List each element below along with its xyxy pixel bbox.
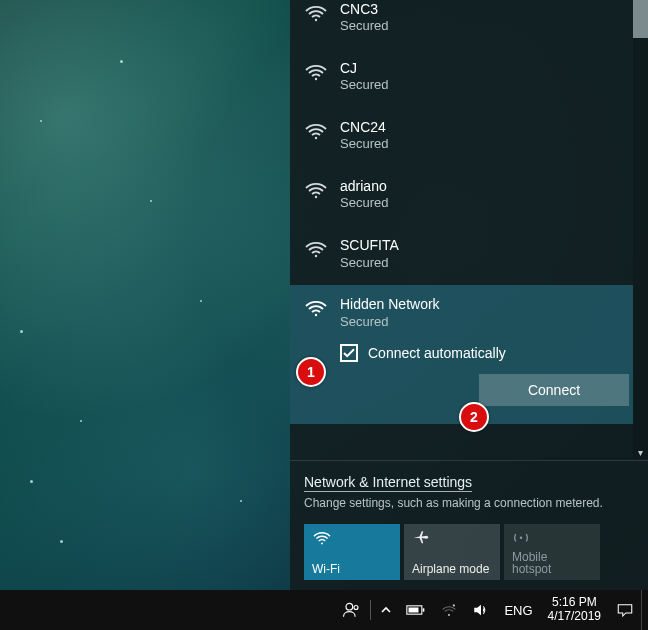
svg-point-2 [315, 137, 317, 139]
connect-button-label: Connect [528, 382, 580, 398]
quick-tile-airplane-label: Airplane mode [412, 562, 492, 576]
network-list-scroll: CNC3SecuredCJSecuredCNC24SecuredadrianoS… [290, 0, 648, 459]
network-item[interactable]: CJSecured [290, 49, 633, 108]
svg-rect-12 [409, 608, 419, 613]
scrollbar-track[interactable] [633, 0, 648, 459]
network-settings-link[interactable]: Network & Internet settings [304, 473, 472, 492]
network-flyout: CNC3SecuredCJSecuredCNC24SecuredadrianoS… [290, 0, 648, 590]
quick-tile-airplane[interactable]: Airplane mode [404, 524, 500, 580]
system-tray: * ENG 5:16 PM 4/17/2019 [334, 590, 648, 630]
network-tray-icon[interactable]: * [433, 590, 465, 630]
taskbar: * ENG 5:16 PM 4/17/2019 [0, 590, 648, 630]
network-name: adriano [340, 177, 388, 195]
volume-icon[interactable] [465, 590, 497, 630]
network-status: Secured [340, 136, 388, 153]
network-selected[interactable]: Hidden Network Secured Connect automatic… [290, 285, 633, 424]
language-indicator[interactable]: ENG [497, 590, 539, 630]
wifi-secured-icon [304, 61, 330, 81]
clock-date: 4/17/2019 [548, 610, 601, 624]
quick-tile-wifi-label: Wi-Fi [312, 562, 392, 576]
show-desktop-button[interactable] [641, 590, 648, 630]
svg-point-0 [315, 19, 317, 21]
svg-point-6 [321, 542, 323, 544]
wifi-secured-icon [304, 297, 330, 317]
network-status: Secured [340, 77, 388, 94]
quick-tile-hotspot-label2: hotspot [512, 562, 551, 576]
svg-point-1 [315, 78, 317, 80]
svg-rect-11 [423, 608, 425, 611]
selected-network-name: Hidden Network [340, 295, 440, 313]
scrollbar-down-arrow[interactable]: ▾ [633, 445, 648, 459]
svg-point-4 [315, 255, 317, 257]
network-name: CNC24 [340, 118, 388, 136]
wifi-secured-icon [304, 238, 330, 258]
action-center-icon[interactable] [609, 590, 641, 630]
svg-point-3 [315, 196, 317, 198]
wifi-secured-icon [304, 120, 330, 140]
airplane-icon [412, 529, 492, 549]
selected-network-status: Secured [340, 314, 440, 331]
network-settings-area: Network & Internet settings Change setti… [290, 460, 648, 590]
network-name: SCUFITA [340, 236, 399, 254]
hotspot-icon [512, 529, 592, 549]
battery-icon[interactable] [399, 590, 433, 630]
network-item[interactable]: CNC24Secured [290, 108, 633, 167]
scrollbar-thumb[interactable] [633, 0, 648, 38]
svg-point-5 [315, 314, 317, 316]
quick-tile-wifi[interactable]: Wi-Fi [304, 524, 400, 580]
network-item[interactable]: CNC3Secured [290, 0, 633, 49]
svg-point-9 [354, 606, 358, 610]
wifi-secured-icon [304, 2, 330, 22]
tray-divider [370, 600, 371, 620]
network-status: Secured [340, 195, 388, 212]
annotation-2: 2 [459, 402, 489, 432]
svg-point-13 [449, 614, 451, 616]
svg-text:*: * [453, 603, 456, 610]
network-status: Secured [340, 255, 399, 272]
connect-automatically-label: Connect automatically [368, 345, 506, 361]
connect-button[interactable]: Connect [479, 374, 629, 406]
network-status: Secured [340, 18, 388, 35]
svg-point-7 [520, 537, 522, 539]
wifi-secured-icon [304, 179, 330, 199]
connect-automatically-checkbox[interactable] [340, 344, 358, 362]
quick-tile-hotspot[interactable]: Mobilehotspot [504, 524, 600, 580]
network-name: CNC3 [340, 0, 388, 18]
tray-overflow-chevron[interactable] [373, 590, 399, 630]
network-item[interactable]: SCUFITASecured [290, 226, 633, 285]
people-icon[interactable] [334, 590, 368, 630]
clock[interactable]: 5:16 PM 4/17/2019 [540, 590, 609, 630]
svg-point-8 [346, 603, 353, 610]
network-item[interactable]: adrianoSecured [290, 167, 633, 226]
wifi-icon [312, 529, 392, 549]
network-settings-desc: Change settings, such as making a connec… [304, 496, 634, 510]
clock-time: 5:16 PM [552, 596, 597, 610]
network-name: CJ [340, 59, 388, 77]
